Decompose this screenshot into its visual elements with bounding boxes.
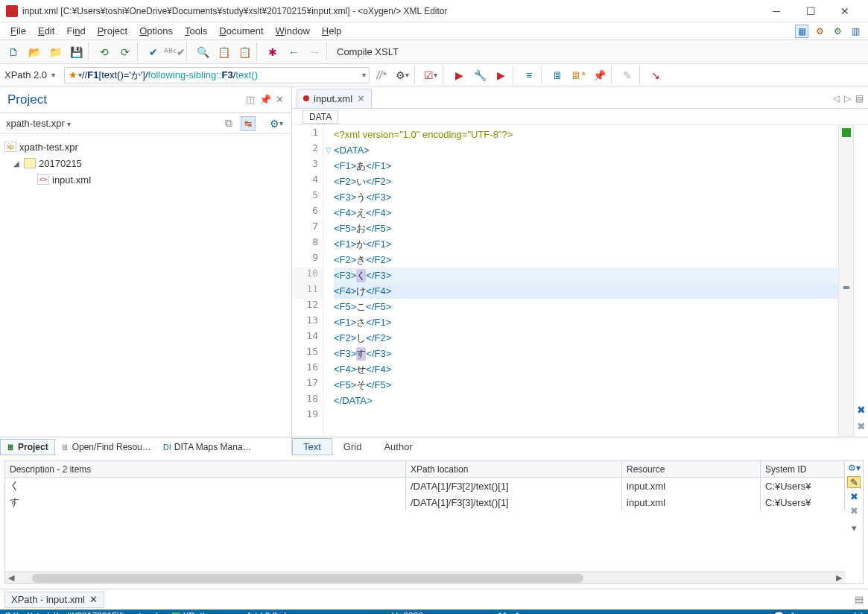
panel-close-icon[interactable]: ✕ xyxy=(276,94,284,105)
spellcheck-button[interactable]: ᴬᴮᶜ✔ xyxy=(165,43,183,61)
panel-pin-icon[interactable]: 📌 xyxy=(259,94,271,105)
indent-button[interactable]: ≡ xyxy=(520,66,538,84)
validate-action-button[interactable]: ☑▾ xyxy=(422,66,440,84)
perspective-xquery-icon[interactable]: ⚙ xyxy=(831,25,844,38)
xpath-favorite-icon[interactable]: ★ xyxy=(68,69,78,80)
find-button[interactable]: 🔍 xyxy=(194,43,212,61)
mode-author[interactable]: Author xyxy=(373,438,423,455)
menu-find[interactable]: Find xyxy=(62,24,89,38)
results-rows[interactable]: く/DATA[1]/F3[2]/text()[1]input.xmlC:¥Use… xyxy=(5,478,845,572)
open-resource-button[interactable]: 📋 xyxy=(235,43,253,61)
results-settings-icon[interactable]: ⚙▾ xyxy=(848,463,861,473)
breadcrumb-data[interactable]: DATA xyxy=(302,110,338,124)
status-caret-position: 11 : 1 xyxy=(498,611,520,614)
remove-all-results-icon[interactable]: ✖ xyxy=(850,505,858,516)
col-systemid[interactable]: System ID xyxy=(761,461,845,477)
compile-xslt-button[interactable]: Compile XSLT xyxy=(334,46,402,57)
remove-highlight-icon[interactable]: ✖ xyxy=(857,404,866,416)
project-tree[interactable]: xp xpath-test.xpr ◢ 20170215 <> input.xm… xyxy=(0,134,291,437)
tab-dita-maps[interactable]: DIDITA Maps Mana… xyxy=(157,440,258,455)
back-button[interactable]: ← xyxy=(285,43,302,61)
minimize-button[interactable]: ─ xyxy=(759,1,793,22)
overview-marker[interactable] xyxy=(843,286,849,289)
menu-edit[interactable]: Edit xyxy=(34,24,59,38)
link-editor-icon[interactable]: ↹ xyxy=(241,116,256,131)
run-transform-button[interactable]: ▶ xyxy=(450,66,468,84)
new-file-button[interactable]: 🗋 xyxy=(4,43,22,61)
save-button[interactable]: 💾 xyxy=(67,43,85,61)
perspective-db-icon[interactable]: ▥ xyxy=(849,25,862,38)
col-description[interactable]: Description - 2 items xyxy=(5,461,406,477)
tab-list-icon[interactable]: ▤ xyxy=(855,93,864,104)
maximize-button[interactable]: ☐ xyxy=(793,1,828,22)
transform-button[interactable]: ✱ xyxy=(264,43,282,61)
redo-button[interactable]: ⟳ xyxy=(116,43,134,61)
remove-result-icon[interactable]: ✖ xyxy=(850,491,858,502)
overview-stripe[interactable] xyxy=(838,125,853,437)
project-file-label[interactable]: xpath-test.xpr ▾ xyxy=(6,118,71,129)
status-xpath-ok: XPath - successful ( 0.8s ) xyxy=(172,611,287,614)
bookmark-add-button[interactable]: 🗏* xyxy=(569,66,587,84)
highlight-toggle-icon[interactable]: ✎ xyxy=(847,476,861,488)
perspective-xslt-icon[interactable]: ⚙ xyxy=(813,25,826,38)
mode-text[interactable]: Text xyxy=(292,438,332,455)
menu-help[interactable]: Help xyxy=(317,24,346,38)
tab-next-icon[interactable]: ▷ xyxy=(844,93,851,104)
code-editor[interactable]: <?xml version="1.0" encoding="UTF-8"?><D… xyxy=(334,125,838,437)
menu-options[interactable]: Options xyxy=(135,24,177,38)
open-file-button[interactable]: 📂 xyxy=(25,43,43,61)
col-xpath[interactable]: XPath location xyxy=(406,461,622,477)
menu-project[interactable]: Project xyxy=(93,24,132,38)
xpath-version-label[interactable]: XPath 2.0 xyxy=(4,69,48,80)
result-row[interactable]: す/DATA[1]/F3[3]/text()[1]input.xmlC:¥Use… xyxy=(5,494,845,510)
close-window-button[interactable]: ✕ xyxy=(828,1,862,22)
tab-project[interactable]: 🗏Project xyxy=(0,439,55,455)
results-tab-list-icon[interactable]: ▤ xyxy=(855,594,864,605)
menu-window[interactable]: Window xyxy=(271,24,314,38)
fold-gutter[interactable]: ▽ xyxy=(323,125,334,437)
xpath-expression[interactable]: //F1[text()='か']/following-sibling::F3/t… xyxy=(82,69,258,82)
tab-prev-icon[interactable]: ◁ xyxy=(833,93,840,104)
result-row[interactable]: く/DATA[1]/F3[2]/text()[1]input.xmlC:¥Use… xyxy=(5,478,845,494)
xpath-input[interactable]: ★▾ //F1[text()='か']/following-sibling::F… xyxy=(64,67,370,83)
status-messages[interactable]: 1 new message(s) xyxy=(791,611,864,614)
tree-root[interactable]: xp xpath-test.xpr xyxy=(4,139,287,155)
track-changes-button[interactable]: ↘ xyxy=(647,66,665,84)
results-scroll-down-icon[interactable]: ▾ xyxy=(852,522,857,534)
tab-open-find[interactable]: 🗏Open/Find Resou… xyxy=(55,440,157,455)
collapse-all-icon[interactable]: ⧉ xyxy=(220,115,238,133)
mode-grid[interactable]: Grid xyxy=(332,438,373,455)
forward-button[interactable]: → xyxy=(305,43,323,61)
validate-button[interactable]: ✔ xyxy=(145,43,162,61)
configure-transform-button[interactable]: 🔧 xyxy=(471,66,489,84)
col-resource[interactable]: Resource xyxy=(622,461,761,477)
xpath-version-dropdown-icon[interactable]: ▾ xyxy=(51,71,55,79)
results-horizontal-scrollbar[interactable]: ◀▶ xyxy=(5,572,845,583)
line-number-gutter[interactable]: 12345678910111213141516171819 xyxy=(292,125,323,437)
tab-close-icon[interactable]: ✕ xyxy=(357,93,365,104)
results-tab-xpath[interactable]: XPath - input.xml ✕ xyxy=(4,592,104,608)
bookmark-list-button[interactable]: 🗏 xyxy=(548,66,566,84)
remove-highlight-all-icon[interactable]: ✖ xyxy=(857,420,866,432)
find-in-files-button[interactable]: 📋 xyxy=(215,43,232,61)
open-url-button[interactable]: 📁 xyxy=(46,43,64,61)
xpath-settings-button[interactable]: ⚙▾ xyxy=(393,66,411,84)
app-icon xyxy=(6,5,18,17)
menu-file[interactable]: File xyxy=(6,24,31,38)
undo-button[interactable]: ⟲ xyxy=(95,43,113,61)
pin-button[interactable]: 📌 xyxy=(590,66,608,84)
perspective-editor-icon[interactable]: ▦ xyxy=(795,25,808,38)
menu-document[interactable]: Document xyxy=(215,24,267,38)
debug-button[interactable]: ▶ xyxy=(492,66,510,84)
xpath-comment-button[interactable]: //* xyxy=(373,66,390,84)
menu-tools[interactable]: Tools xyxy=(180,24,212,38)
edit-button[interactable]: ✎ xyxy=(618,66,636,84)
expander-icon[interactable]: ◢ xyxy=(12,159,21,168)
project-settings-icon[interactable]: ⚙▾ xyxy=(267,115,285,133)
panel-float-icon[interactable]: ◫ xyxy=(246,94,255,105)
tree-folder[interactable]: ◢ 20170215 xyxy=(4,155,287,171)
results-tab-close-icon[interactable]: ✕ xyxy=(89,594,98,605)
editor-tab-input[interactable]: input.xml ✕ xyxy=(297,89,372,108)
tree-file[interactable]: <> input.xml xyxy=(4,171,287,188)
messages-icon[interactable]: 💬 xyxy=(773,611,785,614)
